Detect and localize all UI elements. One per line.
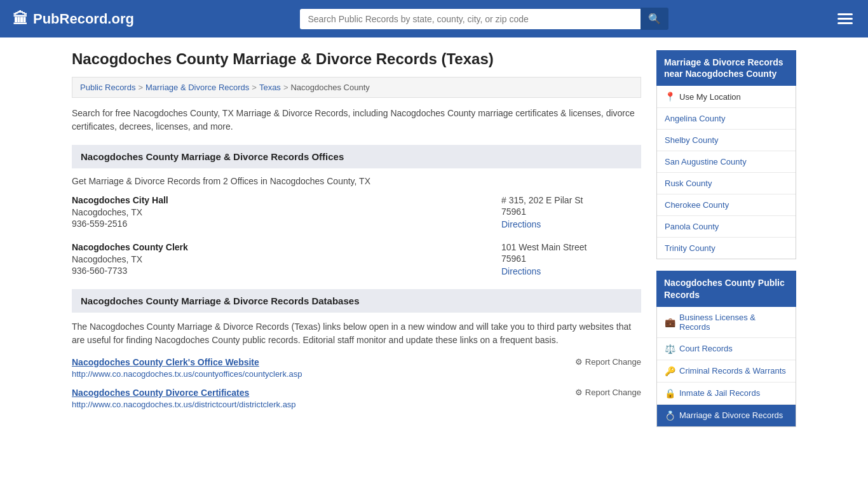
marriage-icon: 💍 [665,410,675,421]
office-2-name: Nacogdoches County Clerk [72,242,501,252]
sidebar-item-label-location: Use My Location [679,92,741,102]
inmate-icon: 🔒 [665,388,675,398]
sidebar-item-business[interactable]: 💼 Business Licenses & Records [657,307,796,338]
site-header: 🏛 PubRecord.org 🔍 [0,0,868,37]
sidebar-item-label-inmate: Inmate & Jail Records [679,388,760,398]
nearby-list: 📍 Use My Location Angelina County Shelby… [656,86,796,259]
breadcrumb-link-marriage[interactable]: Marriage & Divorce Records [146,83,249,92]
sidebar-item-use-location[interactable]: 📍 Use My Location [657,86,796,108]
office-2-address: 101 West Main Street [501,242,641,252]
menu-button[interactable] [835,11,855,27]
menu-bar-2 [837,18,853,20]
breadcrumb-link-texas[interactable]: Texas [259,83,281,92]
search-container: 🔍 [300,8,668,30]
office-1-directions[interactable]: Directions [501,219,541,229]
menu-bar-3 [837,22,853,24]
logo-text: PubRecord.org [33,11,134,27]
logo-icon: 🏛 [13,10,28,28]
sidebar-item-cherokee[interactable]: Cherokee County [657,194,796,216]
sidebar-item-criminal[interactable]: 🔑 Criminal Records & Warrants [657,360,796,383]
db-entry-1-left: Nacogdoches County Clerk's Office Websit… [72,357,569,379]
nearby-title: Marriage & Divorce Records near Nacogdoc… [656,50,796,86]
office-2-left: Nacogdoches County Clerk Nacogdoches, TX… [72,242,501,276]
breadcrumb-sep-3: > [283,83,288,92]
breadcrumb: Public Records > Marriage & Divorce Reco… [72,77,641,98]
page-title: Nacogdoches County Marriage & Divorce Re… [72,50,641,68]
sidebar-item-panola[interactable]: Panola County [657,216,796,238]
sidebar-item-rusk[interactable]: Rusk County [657,173,796,194]
office-2-right: 101 West Main Street 75961 Directions [501,242,641,276]
sidebar-item-trinity[interactable]: Trinity County [657,238,796,259]
sidebar-item-label-angelina: Angelina County [665,114,725,123]
sidebar-item-label-business: Business Licenses & Records [679,313,788,332]
report-label-1: Report Change [585,357,641,367]
sidebar: Marriage & Divorce Records near Nacogdoc… [656,50,796,438]
office-1-name: Nacogdoches City Hall [72,195,501,205]
site-logo[interactable]: 🏛 PubRecord.org [13,10,134,28]
sidebar-item-label-court: Court Records [679,344,733,353]
breadcrumb-sep-2: > [252,83,257,92]
office-2-zip: 75961 [501,254,641,264]
db-entry-2: Nacogdoches County Divorce Certificates … [72,388,641,409]
office-2-city: Nacogdoches, TX [72,254,501,264]
office-1-zip: 75961 [501,207,641,217]
public-records-list: 💼 Business Licenses & Records ⚖️ Court R… [656,307,796,427]
main-content: Nacogdoches County Marriage & Divorce Re… [72,50,641,438]
offices-section-sub: Get Marriage & Divorce Records from 2 Of… [72,176,641,186]
sidebar-item-label-trinity: Trinity County [665,243,715,253]
location-icon: 📍 [665,92,675,102]
public-records-box: Nacogdoches County Public Records 💼 Busi… [656,271,796,426]
db-entry-1: Nacogdoches County Clerk's Office Websit… [72,357,641,379]
databases-section-header: Nacogdoches County Marriage & Divorce Re… [72,289,641,313]
business-icon: 💼 [665,317,675,327]
db-link-2[interactable]: Nacogdoches County Divorce Certificates [72,388,569,398]
sidebar-item-court[interactable]: ⚖️ Court Records [657,338,796,360]
report-change-1[interactable]: ⚙ Report Change [575,357,641,367]
sidebar-item-label-marriage: Marriage & Divorce Records [679,410,783,420]
court-icon: ⚖️ [665,344,675,354]
offices-section-header: Nacogdoches County Marriage & Divorce Re… [72,145,641,168]
report-change-2[interactable]: ⚙ Report Change [575,388,641,397]
sidebar-item-label-rusk: Rusk County [665,179,712,188]
databases-description: The Nacogdoches County Marriage & Divorc… [72,320,641,347]
db-url-2: http://www.co.nacogdoches.tx.us/district… [72,400,296,409]
office-1-left: Nacogdoches City Hall Nacogdoches, TX 93… [72,195,501,229]
page-container: Nacogdoches County Marriage & Divorce Re… [59,37,809,451]
sidebar-item-label-cherokee: Cherokee County [665,200,729,210]
sidebar-item-shelby[interactable]: Shelby County [657,130,796,151]
sidebar-item-angelina[interactable]: Angelina County [657,108,796,130]
sidebar-item-san-augustine[interactable]: San Augustine County [657,151,796,173]
sidebar-item-label-san-augustine: San Augustine County [665,157,747,166]
breadcrumb-link-public-records[interactable]: Public Records [80,83,135,92]
office-entry-2: Nacogdoches County Clerk Nacogdoches, TX… [72,242,641,276]
search-button[interactable]: 🔍 [641,8,668,30]
db-link-1[interactable]: Nacogdoches County Clerk's Office Websit… [72,357,569,367]
criminal-icon: 🔑 [665,366,675,376]
report-icon-2: ⚙ [575,388,583,397]
search-input[interactable] [300,9,641,29]
sidebar-item-label-criminal: Criminal Records & Warrants [679,366,786,376]
report-icon-1: ⚙ [575,357,583,367]
db-entry-2-left: Nacogdoches County Divorce Certificates … [72,388,569,409]
office-1-right: # 315, 202 E Pilar St 75961 Directions [501,195,641,229]
menu-bar-1 [837,13,853,15]
breadcrumb-sep-1: > [138,83,143,92]
public-records-title: Nacogdoches County Public Records [656,271,796,306]
nearby-box: Marriage & Divorce Records near Nacogdoc… [656,50,796,259]
office-1-address: # 315, 202 E Pilar St [501,195,641,205]
office-entry-1: Nacogdoches City Hall Nacogdoches, TX 93… [72,195,641,229]
report-label-2: Report Change [585,388,641,397]
sidebar-item-label-panola: Panola County [665,222,719,231]
office-2-phone: 936-560-7733 [72,266,501,276]
office-1-phone: 936-559-2516 [72,219,501,229]
office-1-city: Nacogdoches, TX [72,207,501,217]
page-description: Search for free Nacogdoches County, TX M… [72,107,641,133]
office-2-directions[interactable]: Directions [501,266,541,276]
db-url-1: http://www.co.nacogdoches.tx.us/countyof… [72,369,302,379]
sidebar-item-inmate[interactable]: 🔒 Inmate & Jail Records [657,383,796,405]
sidebar-item-label-shelby: Shelby County [665,135,719,145]
breadcrumb-current: Nacogdoches County [290,83,369,92]
sidebar-item-marriage[interactable]: 💍 Marriage & Divorce Records [657,405,796,426]
